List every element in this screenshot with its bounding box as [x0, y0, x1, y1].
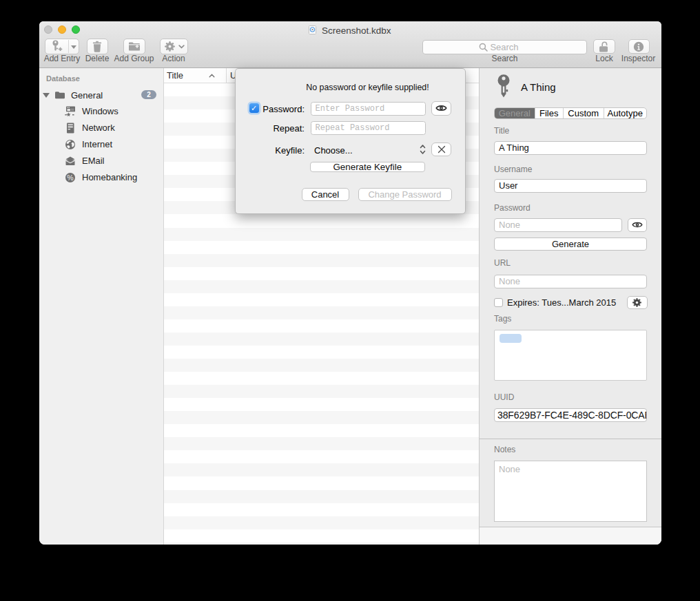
svg-text:%: % [67, 173, 73, 181]
